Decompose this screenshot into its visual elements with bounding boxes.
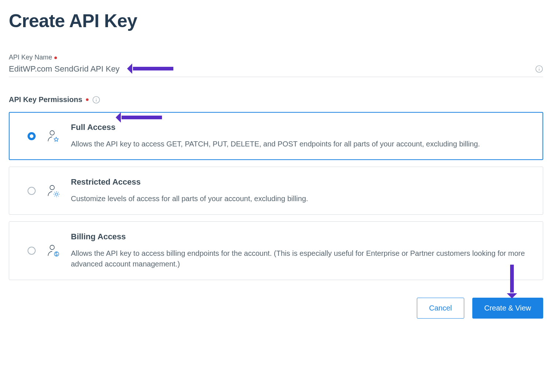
user-dollar-icon — [47, 244, 60, 257]
user-star-icon — [47, 130, 60, 143]
svg-point-9 — [50, 245, 54, 250]
svg-point-6 — [50, 131, 54, 135]
create-view-button[interactable]: Create & View — [472, 298, 543, 319]
info-icon[interactable] — [92, 96, 100, 104]
permissions-section-label: API Key Permissions — [9, 95, 543, 104]
option-description: Allows the API key to access GET, PATCH,… — [71, 139, 532, 149]
svg-point-8 — [55, 193, 58, 195]
annotation-arrow-icon — [122, 116, 162, 119]
permission-option-full-access[interactable]: Full Access Allows the API key to access… — [9, 112, 543, 160]
permission-option-restricted-access[interactable]: Restricted Access Customize levels of ac… — [9, 167, 543, 215]
radio-restricted-access[interactable] — [28, 187, 36, 195]
svg-point-4 — [96, 98, 96, 98]
option-title: Restricted Access — [71, 177, 532, 187]
option-title: Full Access — [71, 123, 532, 132]
cancel-button[interactable]: Cancel — [417, 298, 464, 319]
page-title: Create API Key — [9, 10, 543, 32]
option-description: Customize levels of access for all parts… — [71, 193, 532, 204]
api-key-name-input[interactable] — [9, 64, 535, 74]
required-indicator-icon — [86, 98, 89, 101]
svg-point-1 — [539, 68, 539, 68]
option-description: Allows the API key to access billing end… — [71, 248, 532, 269]
permission-option-billing-access[interactable]: Billing Access Allows the API key to acc… — [9, 221, 543, 280]
svg-point-7 — [50, 185, 54, 190]
radio-billing-access[interactable] — [28, 247, 36, 255]
required-indicator-icon — [54, 57, 57, 59]
radio-full-access[interactable] — [28, 132, 36, 140]
api-key-name-label: API Key Name — [9, 54, 543, 61]
user-gear-icon — [47, 184, 60, 197]
option-title: Billing Access — [71, 232, 532, 242]
info-icon[interactable] — [535, 65, 543, 73]
